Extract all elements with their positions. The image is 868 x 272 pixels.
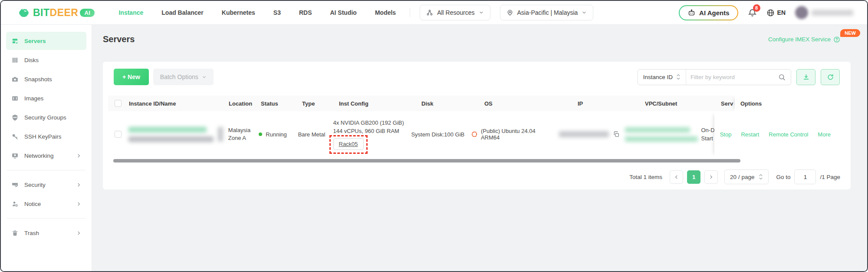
copy-icon[interactable] — [613, 131, 620, 138]
sidebar-item-disks[interactable]: Disks — [6, 51, 86, 69]
notification-count-badge: 8 — [753, 4, 760, 12]
help-question-icon[interactable] — [833, 36, 840, 43]
row-checkbox[interactable] — [115, 131, 122, 138]
servers-table: Instance ID/Name Location Status Type In… — [108, 96, 845, 163]
region-dropdown[interactable]: Asia-Pacific | Malaysia — [500, 5, 594, 20]
language-switcher[interactable]: EN — [766, 9, 786, 17]
nav-item-kubernetes[interactable]: Kubernetes — [222, 9, 255, 16]
keyword-search-input[interactable] — [686, 74, 773, 80]
horizontal-scrollbar-thumb[interactable] — [113, 159, 740, 163]
prev-page-button[interactable] — [670, 170, 683, 184]
options-cell: Stop Restart Remote Control More — [714, 111, 845, 157]
download-icon — [802, 73, 810, 81]
globe-icon — [766, 9, 775, 17]
sidebar-item-snapshots[interactable]: Snapshots — [6, 70, 86, 88]
location-pin-icon — [506, 9, 513, 16]
user-account-menu[interactable] — [795, 6, 853, 19]
page-title: Servers — [103, 34, 135, 44]
column-header-vpc-subnet: VPC/Subnet — [645, 100, 721, 107]
column-header-type: Type — [302, 100, 339, 107]
column-header-instance-id: Instance ID/Name — [129, 100, 229, 107]
chevron-down-icon — [202, 75, 207, 80]
sidebar-item-ssh-keypairs[interactable]: SSH KeyPairs — [6, 127, 86, 146]
status-label: Running — [266, 131, 286, 138]
export-download-button[interactable] — [796, 69, 815, 85]
goto-label: Go to — [776, 174, 790, 180]
batch-options-button[interactable]: Batch Options — [153, 69, 214, 85]
status-running-dot — [259, 133, 262, 136]
sidebar-item-security[interactable]: Security — [6, 176, 86, 194]
restart-action-link[interactable]: Restart — [741, 131, 759, 138]
total-pages-label: /1 Page — [820, 174, 840, 180]
primary-nav: Instance Load Balancer Kubernetes S3 RDS… — [118, 9, 396, 16]
camera-icon — [11, 76, 19, 83]
instance-id-cell[interactable] — [128, 127, 228, 142]
select-all-checkbox[interactable] — [115, 100, 122, 107]
instance-id-actions-redacted — [218, 127, 223, 142]
sidebar-item-trash[interactable]: Trash — [6, 224, 86, 242]
refresh-button[interactable] — [821, 69, 840, 85]
filter-type-select[interactable]: Instance ID — [638, 70, 686, 85]
brand-ai-badge: AI — [80, 9, 95, 17]
caret-updown-icon — [676, 74, 681, 80]
search-icon[interactable] — [773, 73, 791, 81]
remote-control-action-link[interactable]: Remote Control — [769, 131, 808, 138]
sidebar-item-networking[interactable]: Networking — [6, 146, 86, 165]
sidebar-item-servers[interactable]: Servers — [6, 32, 86, 50]
chevron-right-icon — [76, 231, 81, 236]
ai-agents-button[interactable]: AI Agents — [679, 5, 738, 20]
all-resources-label: All Resources — [437, 9, 474, 16]
next-page-button[interactable] — [704, 170, 718, 184]
horizontal-scrollbar-track — [109, 159, 845, 163]
nav-item-rds[interactable]: RDS — [299, 9, 312, 16]
sidebar-divider — [7, 170, 85, 170]
username-redacted — [812, 10, 853, 16]
sidebar-divider — [7, 218, 85, 219]
location-cell: Malaysia Zone A — [228, 126, 259, 142]
instance-id-redacted — [128, 127, 207, 133]
sidebar-label: Security Groups — [24, 114, 66, 121]
nav-item-s3[interactable]: S3 — [273, 9, 281, 16]
configure-imex-link[interactable]: Configure IMEX Service NEW — [768, 36, 840, 43]
ai-agents-label: AI Agents — [699, 9, 729, 17]
notifications-button[interactable]: 8 — [748, 8, 757, 17]
page-number-button[interactable]: 1 — [687, 170, 700, 184]
all-resources-dropdown[interactable]: All Resources — [420, 5, 490, 20]
page-size-label: 20 / page — [730, 174, 754, 180]
sidebar-item-images[interactable]: Images — [6, 89, 86, 107]
os-cell: (Public) Ubuntu 24.04 ARM64 — [471, 128, 559, 141]
batch-options-label: Batch Options — [160, 73, 198, 80]
page-size-select[interactable]: 20 / page — [724, 169, 769, 184]
column-header-service-truncated: Serv — [721, 100, 735, 107]
table-toolbar: + New Batch Options Instance ID — [108, 69, 845, 85]
rack-tag[interactable]: Rack05 — [333, 138, 364, 150]
inst-config-cell: 4x NVIDIA GB200 (192 GiB) 144 vCPUs, 960… — [333, 119, 411, 150]
column-header-status: Status — [261, 100, 302, 107]
toolbar-right-group: Instance ID — [638, 69, 840, 85]
sidebar-item-notice[interactable]: Notice — [6, 195, 86, 213]
vpc-subnet-cell[interactable] — [625, 127, 701, 142]
sidebar-label: Networking — [24, 153, 54, 159]
inst-config-cpu-ram: 144 vCPUs, 960 GiB RAM — [333, 128, 399, 134]
chevron-down-icon — [582, 10, 587, 15]
goto-page-input[interactable] — [794, 169, 816, 184]
notice-gear-icon — [11, 200, 19, 208]
sidebar-item-security-groups[interactable]: Security Groups — [6, 108, 86, 126]
location-line2: Zone A — [228, 135, 246, 141]
location-line1: Malaysia — [228, 127, 250, 133]
column-header-disk: Disk — [421, 100, 484, 107]
sidebar-label: Notice — [24, 201, 41, 207]
bitdeer-logo[interactable]: BITDEER AI — [17, 6, 95, 19]
servers-icon — [11, 37, 19, 45]
new-instance-button[interactable]: + New — [114, 69, 149, 85]
vpc-redacted — [625, 127, 690, 133]
nav-item-ai-studio[interactable]: AI Studio — [330, 9, 356, 16]
sidebar-label: Servers — [24, 38, 46, 44]
nav-item-instance[interactable]: Instance — [118, 9, 143, 16]
ubuntu-logo-icon — [471, 131, 478, 138]
nav-item-load-balancer[interactable]: Load Balancer — [161, 9, 203, 16]
more-actions-link[interactable]: More — [818, 131, 831, 138]
sidebar-label: Images — [24, 95, 43, 102]
stop-action-link[interactable]: Stop — [720, 131, 732, 138]
nav-item-models[interactable]: Models — [375, 9, 396, 16]
